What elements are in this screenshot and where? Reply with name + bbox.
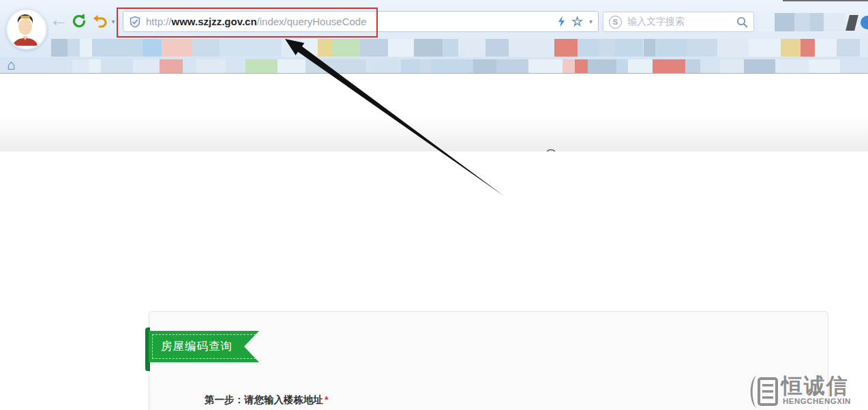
home-icon[interactable]: ⌂: [7, 57, 16, 72]
redacted-bookmarks-bar: [51, 39, 867, 57]
browser-search-box[interactable]: S 输入文字搜索: [603, 12, 754, 32]
toolbar-extension-icon[interactable]: [860, 16, 868, 29]
profile-avatar-icon: [8, 10, 43, 46]
redacted-tabs-area: [72, 59, 850, 73]
screenshot-root: ← ▾ http://www.szjzz.gov.cn/index/queryH…: [0, 0, 868, 410]
undo-button[interactable]: [92, 13, 108, 29]
redacted-toolbar-area: [758, 13, 845, 31]
required-mark: *: [325, 394, 329, 405]
chevron-down-icon[interactable]: ▾: [589, 18, 593, 25]
watermark-text-cn: 恒诚信: [781, 372, 849, 400]
back-icon: ←: [50, 11, 68, 29]
background-window-edge: [783, 0, 868, 1]
step-label-text: 第一步：请您输入楼栋地址: [205, 394, 323, 405]
bookmark-star-icon[interactable]: ☆: [571, 15, 583, 28]
site-header: 深圳市公安局｜深圳经济特区居住证服务平台 ShenZhen Municipal …: [0, 74, 868, 152]
chevron-down-icon: ▾: [111, 18, 115, 25]
refresh-button[interactable]: [70, 12, 88, 30]
search-engine-icon: S: [609, 16, 622, 29]
step-label: 第一步：请您输入楼栋地址*: [205, 394, 329, 407]
search-icon[interactable]: [736, 16, 748, 28]
page-content: 房屋编码查询 第一步：请您输入楼栋地址* 请选区域 ▼ ▼ 搜索楼栋 下一步: [0, 151, 868, 410]
section-title: 房屋编码查询: [161, 339, 233, 354]
lightning-icon[interactable]: [556, 15, 565, 28]
browser-profile-avatar[interactable]: [6, 9, 47, 50]
refresh-icon: [71, 13, 87, 29]
undo-icon: [93, 14, 108, 29]
browser-toolbar: ← ▾ http://www.szjzz.gov.cn/index/queryH…: [0, 0, 868, 57]
back-button[interactable]: ←: [49, 10, 68, 29]
redacted-dark-block: [845, 15, 858, 31]
watermark-text-en: HENGCHENGXIN: [783, 397, 851, 405]
hengchengxin-logo-icon: [747, 375, 779, 409]
section-ribbon: 房屋编码查询: [149, 331, 259, 362]
url-highlight-box: [117, 8, 378, 38]
address-bar-actions: ☆ ▾: [556, 15, 593, 28]
search-placeholder: 输入文字搜索: [627, 16, 685, 28]
